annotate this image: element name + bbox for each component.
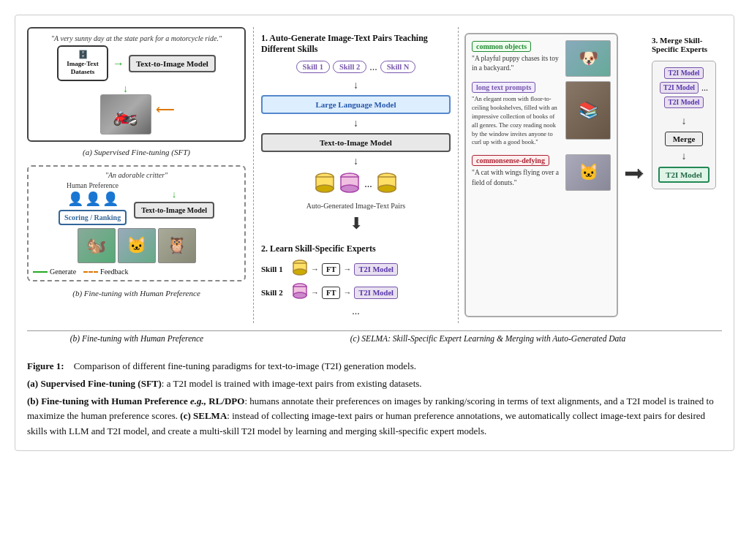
long-text-images: 📚 xyxy=(565,81,611,140)
long-text-row: long text prompts "An elegant room with … xyxy=(472,81,611,150)
left-panel: "A very sunny day at the state park for … xyxy=(27,27,254,323)
feedback-label: Feedback xyxy=(100,268,128,276)
common-objects-desc: "A playful puppy chases its toy in a bac… xyxy=(472,54,560,74)
puppy-image: 🐶 xyxy=(565,40,611,77)
svg-point-11 xyxy=(293,269,306,275)
t2i-model-skill1: T2I Model xyxy=(354,263,398,276)
big-arrow-down: ⬇ xyxy=(261,216,451,232)
merge-flow-box: T2I Model T2I Model ... T2I Model ↓ Merg… xyxy=(652,61,716,189)
skill1-db xyxy=(292,259,308,279)
db-icon-2 xyxy=(339,171,360,197)
arrow-down-2: ↓ xyxy=(261,118,451,129)
llm-box: Large Language Model xyxy=(261,95,451,114)
center-panel: 1. Auto-Generate Image-Text Pairs Teachi… xyxy=(254,27,459,323)
ft-box-1: FT xyxy=(322,263,340,276)
animal-images-row: 🐿️ 🐱 🦉 xyxy=(33,228,240,263)
skill2-row: Skill 2 → FT → T2I Model xyxy=(261,282,451,303)
figure-label: Figure 1: xyxy=(27,360,64,371)
right-panel: 1. Auto-Generate Image-Text Pairs Teachi… xyxy=(254,27,722,323)
merge-models-row: T2I Model T2I Model ... T2I Model xyxy=(658,67,710,108)
ft-box-2: FT xyxy=(322,287,340,299)
svg-point-2 xyxy=(316,185,334,192)
generate-label: Generate xyxy=(50,268,76,276)
diagram-area: "A very sunny day at the state park for … xyxy=(27,27,722,331)
db-dots: ... xyxy=(364,178,372,190)
merge-down-arrow-2: ↓ xyxy=(682,151,687,162)
orange-dashed-icon xyxy=(83,271,98,273)
skill2-pill: Skill 2 xyxy=(333,61,366,73)
sft-output-col: ↓ 🏍️ ⟵ xyxy=(34,84,238,135)
autogen-label: Auto-Generated Image-Text Pairs xyxy=(261,202,451,210)
merge-section: 3. Merge Skill-Specific Experts T2I Mode… xyxy=(652,36,716,317)
commonsense-row: commonsense-defying "A cat with wings fl… xyxy=(472,154,611,191)
human-pref-col: Human Preference 👤 👤 👤 Scoring / Ranking xyxy=(59,182,127,225)
cat-image: 🐱 xyxy=(118,228,156,263)
person-icon-1: 👤 xyxy=(67,191,83,207)
db-icon-1 xyxy=(315,171,335,197)
person-icon-2: 👤 xyxy=(85,191,101,207)
skill-dots-row: ... xyxy=(261,306,451,317)
arrow-right-ft2: → xyxy=(343,288,351,297)
feedback-legend: Feedback xyxy=(83,268,128,276)
scoring-ranking-box: Scoring / Ranking xyxy=(59,210,127,225)
skillN-pill: Skill N xyxy=(380,61,416,73)
selma-bold: (c) SELMA xyxy=(180,410,227,421)
merge-dots: ... xyxy=(701,83,708,94)
arrow-right-skill2: → xyxy=(311,288,319,297)
caption-intro: Figure 1: Figure 1: Comparison of differ… xyxy=(27,359,722,374)
t2i-tag-1: T2I Model xyxy=(664,67,703,79)
merge-box: Merge xyxy=(665,132,704,146)
common-objects-images: 🐶 xyxy=(565,40,611,77)
datasets-icon: 🗄️ xyxy=(63,50,102,60)
sft-speech-bubble: "A very sunny day at the state park for … xyxy=(34,34,238,42)
common-objects-badge: common objects xyxy=(472,41,531,52)
hfp-row: Human Preference 👤 👤 👤 Scoring / Ranking… xyxy=(33,182,240,225)
common-objects-row: common objects "A playful puppy chases i… xyxy=(472,40,611,77)
arrow-right-skill1: → xyxy=(311,265,319,273)
t2i-model-skill2: T2I Model xyxy=(354,287,398,299)
image-text-datasets-box: 🗄️ Image-Text Datasets xyxy=(57,45,108,81)
main-figure: "A very sunny day at the state park for … xyxy=(15,15,734,451)
section3-title: 3. Merge Skill-Specific Experts xyxy=(652,36,716,53)
merge-down-arrow: ↓ xyxy=(682,116,687,127)
hfp-bottom-label: (b) Fine-tuning with Human Preference xyxy=(27,334,254,343)
datasets-label: Image-Text Datasets xyxy=(63,60,102,77)
hfp-subtitle: (b) Fine-tuning with Human Preference xyxy=(27,289,246,298)
stick-figures: 👤 👤 👤 xyxy=(67,191,118,207)
caption-area: Figure 1: Figure 1: Comparison of differ… xyxy=(27,353,722,439)
human-preference-label: Human Preference xyxy=(67,182,118,189)
svg-point-8 xyxy=(378,185,396,192)
commonsense-images: 🐱 xyxy=(565,154,611,191)
sft-bold: (a) Supervised Fine-tuning (SFT) xyxy=(27,378,162,389)
svg-point-14 xyxy=(293,292,306,298)
legend: Generate Feedback xyxy=(33,268,240,276)
bottom-labels-row: (b) Fine-tuning with Human Preference (c… xyxy=(27,334,722,343)
library-image: 📚 xyxy=(565,81,611,140)
flying-cat-image: 🐱 xyxy=(565,154,611,191)
person-icon-3: 👤 xyxy=(102,191,118,207)
hfp-arrow: ↓ xyxy=(172,189,177,200)
section2-title: 2. Learn Skill-Specific Experts xyxy=(261,243,451,254)
t2i-model-center: Text-to-Image Model xyxy=(261,133,451,152)
skill1-row: Skill 1 → FT → T2I Model xyxy=(261,259,451,279)
arrow-down-green-sft: ↓ xyxy=(123,84,128,94)
t2i-tag-2: T2I Model xyxy=(660,82,699,94)
caption-hfp-para: (b) Fine-tuning with Human Preference e.… xyxy=(27,394,722,438)
commonsense-badge: commonsense-defying xyxy=(472,155,549,166)
owl-image: 🦉 xyxy=(158,228,196,263)
hfp-speech-bubble: "An adorable critter" xyxy=(33,171,240,179)
long-text-badge: long text prompts xyxy=(472,82,535,93)
generate-legend: Generate xyxy=(33,268,76,276)
long-text-col: long text prompts "An elegant room with … xyxy=(472,81,560,150)
big-right-arrow: ⮕ xyxy=(621,33,649,317)
t2i-tag-3: T2I Model xyxy=(664,97,703,108)
arrow-right-ft1: → xyxy=(343,265,351,273)
db-icons-row: ... xyxy=(261,171,451,197)
long-text-desc: "An elegant room with floor-to-ceiling b… xyxy=(472,95,560,147)
skill1-label: Skill 1 xyxy=(261,265,289,273)
skill2-db xyxy=(292,282,308,303)
skill1-pill: Skill 1 xyxy=(296,61,330,73)
skill-dots: ... xyxy=(369,61,377,73)
section1-title: 1. Auto-Generate Image-Text Pairs Teachi… xyxy=(261,33,451,55)
commonsense-col: commonsense-defying "A cat with wings fl… xyxy=(472,154,560,191)
